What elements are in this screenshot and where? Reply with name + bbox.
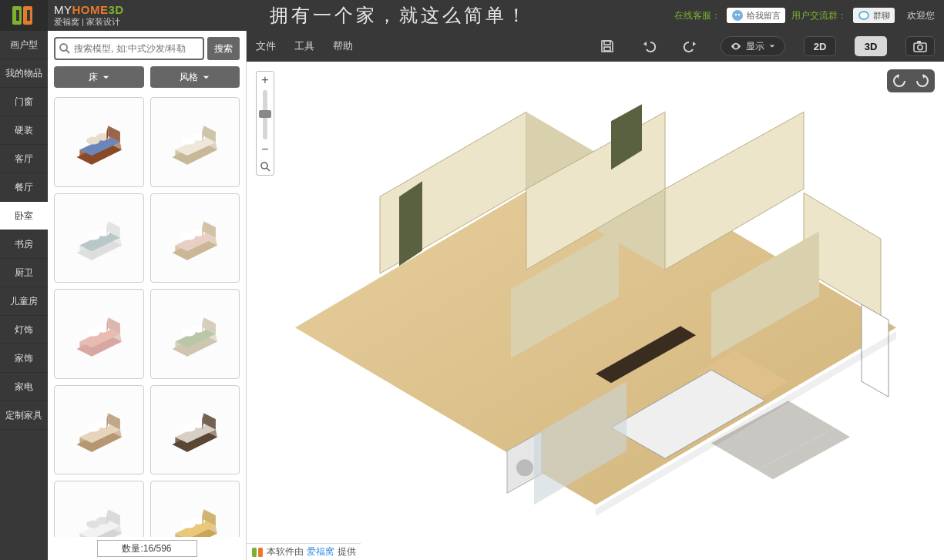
mode-2d-button[interactable]: 2D: [804, 36, 836, 56]
count-bar: 数量:16/596: [97, 540, 197, 557]
logo-icon: [0, 0, 48, 31]
svg-point-5: [735, 14, 737, 16]
svg-point-6: [738, 14, 741, 16]
filter-style-button[interactable]: 风格: [150, 66, 240, 88]
zoom-control: + −: [256, 71, 274, 176]
sidebar-item-1[interactable]: 我的物品: [0, 59, 48, 88]
support-label: 在线客服：: [674, 9, 721, 22]
menu-bar: 文件 工具 帮助 显示 2D 3D: [247, 31, 944, 62]
sidebar-item-10[interactable]: 灯饰: [0, 316, 48, 344]
search-input[interactable]: [74, 43, 200, 54]
display-dropdown[interactable]: 显示: [721, 36, 785, 56]
svg-point-8: [860, 12, 868, 18]
svg-rect-92: [604, 47, 610, 51]
furniture-card-3[interactable]: [150, 193, 240, 283]
library-panel: 搜索 床 风格: [48, 31, 247, 560]
search-box[interactable]: [54, 37, 204, 60]
search-icon: [59, 42, 71, 55]
furniture-card-1[interactable]: [150, 97, 240, 187]
orbit-control: [887, 69, 935, 92]
svg-line-97: [267, 168, 270, 171]
menu-help[interactable]: 帮助: [333, 39, 353, 53]
group-badge[interactable]: 群聊: [853, 8, 895, 23]
sidebar-item-5[interactable]: 餐厅: [0, 173, 48, 202]
eye-icon: [731, 41, 741, 52]
save-icon[interactable]: [596, 35, 619, 57]
svg-rect-121: [258, 548, 263, 557]
furniture-card-7[interactable]: [150, 385, 240, 475]
zoom-in-button[interactable]: +: [257, 72, 274, 89]
camera-button[interactable]: [905, 36, 935, 56]
header-right: 在线客服： 给我留言 用户交流群： 群聊 欢迎您: [674, 8, 944, 23]
svg-rect-3: [27, 10, 30, 21]
svg-point-4: [732, 10, 743, 21]
sidebar-item-3[interactable]: 硬装: [0, 116, 48, 145]
filter-category-button[interactable]: 床: [54, 66, 144, 88]
furniture-card-2[interactable]: [54, 193, 144, 283]
sidebar-item-13[interactable]: 定制家具: [0, 401, 48, 430]
svg-line-10: [66, 50, 69, 53]
svg-rect-2: [16, 10, 19, 21]
chevron-down-icon: [769, 43, 775, 49]
furniture-grid: [48, 94, 246, 537]
brand-block: MYHOME3D 爱福窝 | 家装设计: [54, 3, 124, 27]
sidebar-item-12[interactable]: 家电: [0, 373, 48, 401]
sidebar-item-4[interactable]: 客厅: [0, 145, 48, 173]
svg-point-115: [516, 459, 533, 476]
group-label: 用户交流群：: [791, 9, 847, 22]
redo-icon[interactable]: [679, 35, 702, 57]
search-button[interactable]: 搜索: [207, 37, 240, 60]
viewport[interactable]: + −: [247, 62, 944, 560]
furniture-card-9[interactable]: [150, 481, 240, 537]
sidebar-item-11[interactable]: 家饰: [0, 344, 48, 373]
rotate-right-icon[interactable]: [915, 73, 930, 89]
svg-point-9: [60, 44, 67, 51]
svg-point-94: [918, 45, 922, 49]
welcome-text: 欢迎您: [907, 9, 935, 22]
furniture-card-0[interactable]: [54, 97, 144, 187]
chevron-down-icon: [102, 74, 109, 81]
zoom-out-button[interactable]: −: [257, 141, 274, 158]
undo-icon[interactable]: [637, 35, 660, 57]
sidebar-item-8[interactable]: 厨卫: [0, 259, 48, 287]
chevron-down-icon: [203, 74, 210, 81]
menu-file[interactable]: 文件: [256, 39, 276, 53]
svg-rect-95: [917, 41, 921, 43]
zoom-slider[interactable]: [263, 90, 267, 139]
furniture-card-6[interactable]: [54, 385, 144, 475]
zoom-fit-button[interactable]: [257, 158, 274, 175]
furniture-card-4[interactable]: [54, 289, 144, 379]
footer-credit: 本软件由爱福窝提供: [247, 543, 361, 560]
sidebar-item-9[interactable]: 儿童房: [0, 287, 48, 316]
tagline: 拥有一个家，就这么简单！: [124, 3, 674, 28]
category-sidebar: 画户型我的物品门窗硬装客厅餐厅卧室书房厨卫儿童房灯饰家饰家电定制家具: [0, 31, 48, 560]
floorplan-scene: [280, 104, 912, 535]
svg-point-96: [261, 163, 267, 169]
zoom-handle[interactable]: [259, 110, 271, 118]
rotate-left-icon[interactable]: [892, 73, 907, 89]
sidebar-item-7[interactable]: 书房: [0, 230, 48, 259]
sidebar-item-0[interactable]: 画户型: [0, 31, 48, 59]
menu-tools[interactable]: 工具: [294, 39, 314, 53]
logo-icon: [251, 546, 264, 558]
svg-rect-91: [604, 41, 610, 45]
app-header: MYHOME3D 爱福窝 | 家装设计 拥有一个家，就这么简单！ 在线客服： 给…: [0, 0, 944, 31]
sidebar-item-6[interactable]: 卧室: [0, 202, 48, 230]
canvas-area: 文件 工具 帮助 显示 2D 3D + −: [247, 31, 944, 560]
support-badge[interactable]: 给我留言: [727, 8, 785, 23]
sidebar-item-2[interactable]: 门窗: [0, 88, 48, 116]
svg-rect-120: [252, 548, 257, 557]
furniture-card-5[interactable]: [150, 289, 240, 379]
mode-3d-button[interactable]: 3D: [855, 36, 887, 56]
furniture-card-8[interactable]: [54, 481, 144, 537]
